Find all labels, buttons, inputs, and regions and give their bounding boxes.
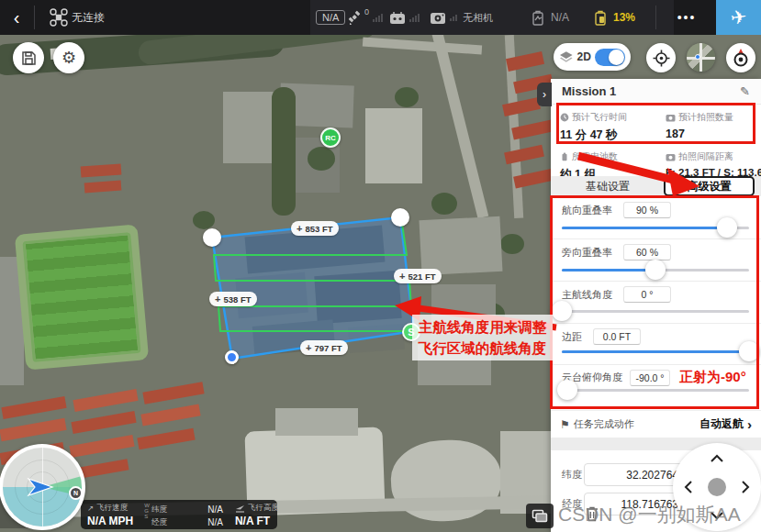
- route-start-marker[interactable]: S: [402, 323, 420, 341]
- map-feature: [431, 29, 488, 219]
- rc-location-marker[interactable]: RC: [320, 127, 341, 148]
- map-feature: [395, 87, 419, 107]
- stat-label: 拍照间隔距离: [678, 150, 733, 163]
- map-feature: [431, 193, 457, 215]
- stat-label: 预计飞行时间: [572, 111, 627, 124]
- top-status-bar: ‹ 无连接 N/A 0: [0, 0, 761, 35]
- speed-value: N/A MPH: [87, 515, 133, 527]
- camera-icon: [430, 11, 446, 25]
- move-cross-icon: +: [215, 294, 220, 305]
- north-badge: N: [69, 486, 83, 500]
- map-feature: [419, 216, 502, 276]
- locate-me-button[interactable]: [646, 43, 676, 72]
- settings-button[interactable]: ⚙: [53, 42, 84, 73]
- slider-knob[interactable]: [717, 217, 737, 238]
- delete-point-icon[interactable]: [585, 505, 599, 522]
- flight-mode-value: N/A: [316, 10, 345, 25]
- nudge-center-button[interactable]: [708, 478, 726, 496]
- move-cross-icon: +: [297, 223, 302, 234]
- tab-basic-settings[interactable]: 基础设置: [560, 177, 655, 196]
- front-overlap-slider[interactable]: [562, 227, 749, 229]
- polygon-vertex[interactable]: [203, 228, 221, 247]
- side-overlap-slider[interactable]: [562, 269, 749, 272]
- stat-value: 187: [666, 127, 761, 140]
- minimap-thumbnail[interactable]: [687, 43, 715, 72]
- longitude-label: 经度: [562, 497, 584, 511]
- map-feature: [418, 344, 491, 385]
- speed-arrow-icon: ↗: [87, 504, 94, 513]
- remote-controller-icon: [389, 11, 406, 25]
- distance-label[interactable]: + 521 FT: [394, 269, 442, 283]
- divider: [655, 6, 656, 29]
- airplane-icon: ✈: [729, 6, 748, 29]
- gps-status[interactable]: 0: [347, 0, 383, 35]
- takeoff-button[interactable]: ✈: [716, 0, 761, 35]
- back-button[interactable]: ‹: [0, 0, 33, 35]
- tab-advanced-settings[interactable]: 高级设置: [664, 176, 755, 196]
- map-feature: [272, 87, 296, 216]
- more-menu-button[interactable]: •••: [668, 0, 705, 35]
- aircraft-battery-value: N/A: [551, 11, 569, 24]
- chevron-right-icon: ›: [747, 416, 752, 432]
- map-mode-control: 2D: [554, 43, 631, 71]
- nudge-right-button[interactable]: [741, 480, 750, 494]
- camera-status[interactable]: 无相机: [430, 0, 493, 35]
- altitude-value: N/A FT: [235, 515, 279, 527]
- divider: [551, 323, 761, 324]
- distance-label[interactable]: + 538 FT: [209, 292, 257, 306]
- finish-action-label: 任务完成动作: [574, 417, 634, 431]
- slider-knob[interactable]: [557, 380, 577, 400]
- stat-label: 预计拍照数量: [678, 111, 733, 124]
- edit-mission-icon[interactable]: ✎: [740, 84, 750, 98]
- battery-icon: [560, 152, 569, 161]
- nudge-left-button[interactable]: [684, 480, 693, 494]
- polygon-vertex-selected[interactable]: [225, 350, 239, 364]
- front-overlap-value[interactable]: 90 %: [623, 202, 671, 218]
- distance-label[interactable]: + 853 FT: [291, 221, 339, 236]
- clock-icon: [560, 113, 569, 122]
- lng-value: N/A: [207, 517, 223, 527]
- map-layer-switch-button[interactable]: [526, 504, 554, 528]
- distance-label[interactable]: + 797 FT: [300, 340, 348, 355]
- nudge-down-button[interactable]: [710, 511, 724, 520]
- map-layers-icon: [532, 509, 548, 523]
- polygon-vertex[interactable]: [391, 208, 409, 227]
- settings-tabs: 基础设置 高级设置: [551, 176, 761, 197]
- minimap-location-dot: [695, 54, 700, 60]
- map-feature: [71, 411, 136, 434]
- map-feature: [275, 408, 358, 436]
- margin-value[interactable]: 0.0 FT: [593, 328, 641, 345]
- map-feature: [314, 271, 401, 324]
- camera-status-label: 无相机: [463, 11, 493, 25]
- map-feature: [140, 405, 200, 427]
- stat-label: 所需电池数: [572, 150, 618, 163]
- rc-signal-status[interactable]: [389, 0, 420, 35]
- save-mission-button[interactable]: [13, 42, 44, 73]
- slider-knob[interactable]: [552, 301, 572, 321]
- rc-battery-status[interactable]: 13%: [592, 0, 635, 35]
- slider-knob[interactable]: [739, 341, 759, 361]
- point-nudge-dpad: [673, 443, 761, 531]
- move-cross-icon: +: [399, 271, 405, 282]
- slider-knob[interactable]: [645, 260, 666, 280]
- route-angle-value[interactable]: 0 °: [623, 286, 671, 303]
- panel-collapse-button[interactable]: ›: [537, 83, 552, 106]
- rc-battery-icon: [592, 10, 609, 26]
- map-2d-toggle[interactable]: [595, 49, 625, 66]
- gimbal-pitch-slider[interactable]: [562, 389, 749, 392]
- aircraft-battery-status[interactable]: N/A: [530, 0, 569, 35]
- compass-reset-button[interactable]: [726, 43, 755, 72]
- route-angle-slider[interactable]: [562, 310, 749, 313]
- nudge-up-button[interactable]: [710, 454, 724, 463]
- gimbal-pitch-value[interactable]: -90.0 °: [630, 370, 670, 386]
- locate-icon: [653, 50, 670, 67]
- flight-mode-indicator[interactable]: N/A: [316, 0, 345, 35]
- altitude-label: 飞行高度: [248, 503, 279, 514]
- finish-action-row[interactable]: ⚑ 任务完成动作 自动返航 ›: [551, 410, 761, 438]
- side-overlap-value[interactable]: 60 %: [623, 244, 671, 260]
- map-feature: [69, 435, 134, 458]
- north-label: N: [73, 490, 78, 496]
- margin-slider[interactable]: [562, 350, 749, 353]
- map-feature: [500, 234, 524, 254]
- compass-icon: [731, 48, 751, 68]
